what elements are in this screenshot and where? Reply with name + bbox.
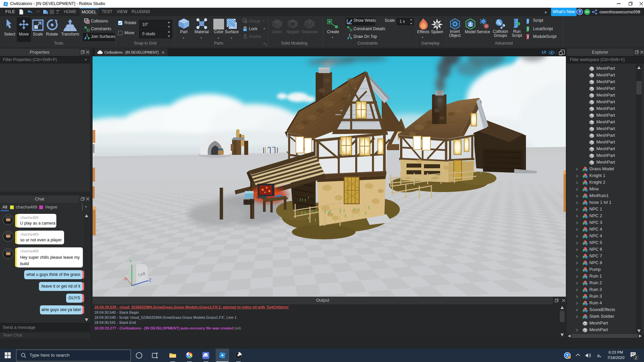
svg-text:Z: Z	[149, 278, 151, 283]
svg-text:?: ?	[579, 10, 581, 14]
svg-text:X: X	[124, 277, 127, 281]
svg-text:Y: Y	[129, 259, 132, 264]
